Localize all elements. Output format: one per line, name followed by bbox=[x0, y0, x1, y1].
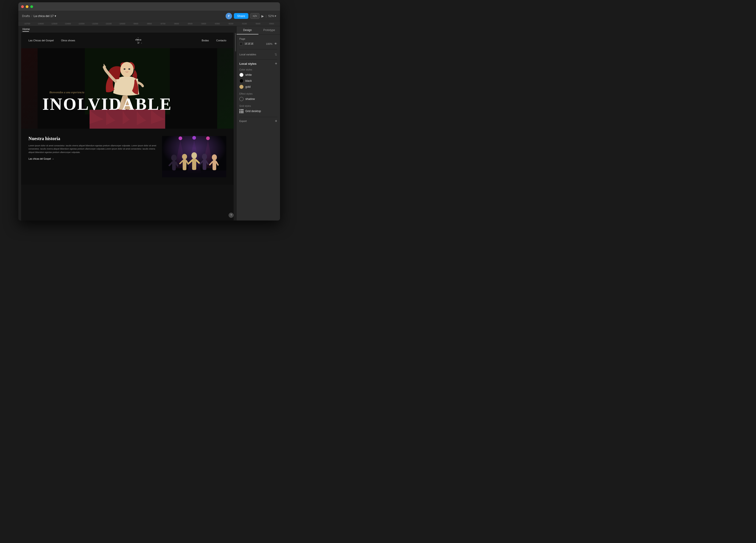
site-logo[interactable]: la chica del 17 ✦ bbox=[133, 36, 144, 45]
page-section: Page 1E1E1E 100% 👁 bbox=[239, 37, 277, 45]
svg-text:17: 17 bbox=[137, 42, 139, 44]
color-style-black[interactable]: black bbox=[239, 79, 277, 83]
section-historia: Nuestra historia Lorem ipsum dolor sit a… bbox=[21, 129, 234, 185]
grid-style-desktop[interactable]: Grid desktop bbox=[239, 109, 277, 113]
svg-point-10 bbox=[124, 68, 126, 70]
grid-styles-label: Grid styles bbox=[239, 105, 277, 107]
maximize-button[interactable] bbox=[30, 5, 33, 8]
page-opacity-value[interactable]: 100% bbox=[266, 42, 272, 45]
export-section: Export + bbox=[239, 119, 277, 123]
performer-illustration: Bienvenidos a una experiencia INOLVIDABL… bbox=[21, 48, 234, 129]
ruler-mark: -9200 bbox=[224, 22, 237, 25]
local-styles-section: Local styles + Color styles white bbox=[239, 62, 277, 113]
ruler-mark: -10000 bbox=[115, 22, 129, 25]
gospel-performers-image bbox=[162, 136, 226, 177]
svg-point-16 bbox=[192, 136, 196, 140]
visibility-icon[interactable]: 👁 bbox=[274, 42, 277, 45]
effect-swatch-shadow bbox=[239, 97, 244, 101]
nav-link-bodas[interactable]: Bodas bbox=[202, 39, 209, 42]
color-swatch-black bbox=[239, 79, 244, 83]
nav-link-gospel[interactable]: Las Chicas del Gospel bbox=[28, 39, 54, 42]
effect-style-name-shadow: shadow bbox=[245, 97, 255, 101]
color-style-name-gold: gold bbox=[245, 85, 251, 88]
canvas-scrollbar[interactable] bbox=[235, 26, 236, 220]
nav-link-otros[interactable]: Otros shows bbox=[61, 39, 75, 42]
section-link-gospel[interactable]: Las chicas del Gospel → bbox=[28, 157, 157, 160]
ruler-mark: -10200 bbox=[88, 22, 102, 25]
arrow-icon: → bbox=[52, 157, 54, 160]
zoom-button[interactable]: 52% ▾ bbox=[268, 14, 276, 18]
svg-text:la: la bbox=[138, 37, 139, 38]
color-style-white[interactable]: white bbox=[239, 73, 277, 77]
add-export-icon[interactable]: + bbox=[275, 119, 277, 123]
chevron-down-icon: ▾ bbox=[55, 14, 56, 18]
panel-body: Page 1E1E1E 100% 👁 Local variables ⇅ bbox=[237, 35, 280, 220]
svg-point-11 bbox=[128, 68, 130, 70]
main-layout: Home Las Chicas del Gospel Otros shows l… bbox=[18, 26, 280, 220]
section-text: Nuestra historia Lorem ipsum dolor sit a… bbox=[28, 136, 157, 177]
toolbar: Drafts / La chica del 17 ▾ F Share </> ▶… bbox=[18, 11, 280, 21]
breadcrumb-separator: / bbox=[31, 14, 32, 18]
toolbar-right: F Share </> ▶ | 52% ▾ bbox=[226, 13, 276, 19]
ruler-mark: -10700 bbox=[20, 22, 34, 25]
svg-point-30 bbox=[202, 154, 207, 160]
chevron-down-icon: ▾ bbox=[275, 14, 276, 18]
page-section-header: Page bbox=[239, 37, 277, 40]
ruler-mark: -9600 bbox=[170, 22, 183, 25]
tab-prototype[interactable]: Prototype bbox=[258, 26, 280, 34]
effect-styles-section: Effect styles shadow bbox=[239, 93, 277, 101]
page-color-row: 1E1E1E 100% 👁 bbox=[239, 42, 277, 45]
right-panel: Design Prototype Page 1E1E1E 100% 👁 bbox=[236, 26, 280, 220]
figma-window: Drafts / La chica del 17 ▾ F Share </> ▶… bbox=[18, 2, 280, 220]
separator-icon: | bbox=[266, 14, 266, 18]
close-button[interactable] bbox=[21, 5, 24, 8]
breadcrumb-drafts[interactable]: Drafts bbox=[22, 14, 30, 18]
effect-style-shadow[interactable]: shadow bbox=[239, 97, 277, 101]
local-styles-title: Local styles bbox=[239, 62, 256, 65]
design-frame[interactable]: Las Chicas del Gospel Otros shows la chi… bbox=[21, 33, 234, 220]
color-style-gold[interactable]: gold bbox=[239, 85, 277, 89]
color-swatch-white bbox=[239, 73, 244, 77]
page-color-value[interactable]: 1E1E1E bbox=[244, 42, 254, 45]
grid-style-name-desktop: Grid desktop bbox=[245, 109, 261, 113]
hero-section: Bienvenidos a una experiencia INOLVIDABL… bbox=[21, 48, 234, 129]
svg-point-18 bbox=[171, 154, 177, 161]
ruler-mark: -9700 bbox=[156, 22, 170, 25]
canvas-area[interactable]: Home Las Chicas del Gospel Otros shows l… bbox=[18, 26, 236, 220]
scroll-thumb bbox=[235, 33, 236, 51]
page-color-swatch[interactable] bbox=[239, 42, 243, 45]
code-button[interactable]: </> bbox=[250, 13, 260, 19]
sort-icon[interactable]: ⇅ bbox=[274, 53, 277, 56]
site-navigation: Las Chicas del Gospel Otros shows la chi… bbox=[21, 33, 234, 48]
breadcrumb-current-file[interactable]: La chica del 17 ▾ bbox=[34, 14, 56, 18]
svg-rect-38 bbox=[162, 170, 226, 177]
avatar[interactable]: F bbox=[226, 13, 232, 19]
svg-point-26 bbox=[191, 152, 197, 159]
svg-text:INOLVIDABLE: INOLVIDABLE bbox=[42, 95, 172, 113]
page-section-title: Page bbox=[239, 37, 245, 40]
nav-left-links: Las Chicas del Gospel Otros shows bbox=[28, 39, 75, 42]
logo-svg: la chica del 17 ✦ bbox=[133, 36, 144, 45]
titlebar bbox=[18, 2, 280, 11]
svg-point-15 bbox=[179, 136, 182, 140]
tab-design[interactable]: Design bbox=[237, 26, 258, 34]
ruler-mark: -10300 bbox=[75, 22, 88, 25]
play-button[interactable]: ▶ bbox=[261, 14, 264, 18]
nav-link-contacto[interactable]: Contacto bbox=[216, 39, 226, 42]
section-title: Nuestra historia bbox=[28, 136, 157, 141]
ruler-mark: -10400 bbox=[61, 22, 74, 25]
ruler-mark: -9100 bbox=[238, 22, 251, 25]
help-button[interactable]: ? bbox=[229, 213, 234, 218]
ruler-mark: -9400 bbox=[197, 22, 210, 25]
add-style-icon[interactable]: + bbox=[275, 62, 277, 66]
svg-text:chica: chica bbox=[135, 38, 141, 41]
page-frame-label: Home bbox=[22, 28, 30, 32]
color-styles-label: Color styles bbox=[239, 68, 277, 71]
svg-point-22 bbox=[182, 154, 187, 159]
ruler-mark: -10600 bbox=[34, 22, 47, 25]
section-body: Lorem ipsum dolor sit amet consectetur. … bbox=[28, 144, 157, 154]
grid-styles-section: Grid styles bbox=[239, 105, 277, 113]
share-button[interactable]: Share bbox=[234, 13, 248, 19]
minimize-button[interactable] bbox=[26, 5, 28, 8]
nav-right-links: Bodas Contacto bbox=[202, 39, 226, 42]
